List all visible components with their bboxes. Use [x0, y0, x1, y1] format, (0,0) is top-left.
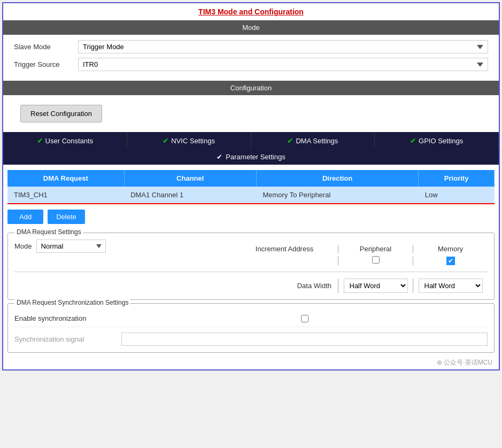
dma-request-settings-title: DMA Request Settings: [14, 228, 83, 236]
reset-configuration-button[interactable]: Reset Configuration: [20, 105, 102, 122]
tab-user-constants-label: User Constants: [45, 137, 94, 145]
action-buttons: Add Delete: [3, 204, 499, 229]
table-row[interactable]: TIM3_CH1 DMA1 Channel 1 Memory To Periph…: [7, 187, 495, 204]
dma-sync-settings-title: DMA Request Synchronization Settings: [14, 299, 130, 306]
reset-area: Reset Configuration: [3, 95, 499, 132]
mode-field-label: Mode: [14, 242, 32, 250]
trigger-source-row: Trigger Source ITR0: [14, 58, 488, 71]
tab-dma-label: DMA Settings: [296, 137, 338, 145]
memory-width-select[interactable]: Half Word Byte Word: [419, 279, 483, 293]
slave-mode-label: Slave Mode: [14, 43, 78, 51]
cell-dma-request: TIM3_CH1: [7, 187, 124, 204]
tab-nvic-settings[interactable]: ✔ NVIC Settings: [127, 132, 251, 149]
memory-increment-checkbox[interactable]: ✔: [446, 257, 455, 265]
peripheral-width-select[interactable]: Half Word Byte Word: [344, 279, 408, 293]
sync-signal-input[interactable]: [121, 333, 488, 346]
page-title: TIM3 Mode and Configuration: [3, 3, 499, 20]
tab-user-constants[interactable]: ✔ User Constants: [3, 132, 127, 149]
config-header: Configuration: [3, 81, 499, 95]
enable-sync-checkbox[interactable]: [301, 315, 308, 322]
col-header-channel: Channel: [124, 170, 256, 187]
data-width-label: Data Width: [297, 282, 331, 290]
nvic-check-icon: ✔: [163, 136, 169, 145]
peripheral-increment-checkbox[interactable]: [372, 256, 380, 264]
col-header-direction: Direction: [256, 170, 418, 187]
tab-gpio-label: GPIO Settings: [419, 137, 463, 145]
dma-settings-inner: Mode Normal Increment Address Peripheral: [14, 240, 488, 293]
dma-table-wrapper: DMA Request Channel Direction Priority T…: [3, 165, 499, 204]
slave-mode-row: Slave Mode Trigger Mode: [14, 40, 488, 53]
cell-direction: Memory To Peripheral: [256, 187, 418, 204]
dma-table: DMA Request Channel Direction Priority T…: [7, 170, 495, 204]
add-button[interactable]: Add: [7, 210, 43, 224]
dma-check-icon: ✔: [287, 136, 294, 145]
mode-header: Mode: [3, 20, 499, 35]
tab-dma-settings[interactable]: ✔ DMA Settings: [251, 132, 375, 149]
dma-sync-settings-group: DMA Request Synchronization Settings Ena…: [7, 303, 495, 353]
peripheral-col-label: Peripheral: [360, 245, 391, 253]
tabs-row: ✔ User Constants ✔ NVIC Settings ✔ DMA S…: [3, 132, 499, 149]
cell-channel: DMA1 Channel 1: [124, 187, 256, 204]
inc-address-label: Increment Address: [256, 245, 313, 253]
watermark: ⊛ 公众号·茶话MCU: [3, 356, 499, 369]
param-settings-tab[interactable]: ✔ Parameter Settings: [3, 149, 499, 165]
param-check-icon: ✔: [217, 153, 222, 161]
delete-button[interactable]: Delete: [48, 210, 85, 224]
tab-nvic-label: NVIC Settings: [171, 137, 215, 145]
slave-mode-select[interactable]: Trigger Mode: [78, 40, 488, 53]
trigger-source-select[interactable]: ITR0: [78, 58, 488, 71]
tab-gpio-settings[interactable]: ✔ GPIO Settings: [375, 132, 499, 149]
trigger-source-label: Trigger Source: [14, 60, 78, 68]
cell-priority: Low: [419, 187, 495, 204]
enable-sync-checkbox-area: [121, 315, 488, 322]
memory-col-label: Memory: [438, 245, 463, 253]
col-header-dma-request: DMA Request: [7, 170, 124, 187]
mode-section: Slave Mode Trigger Mode Trigger Source I…: [3, 35, 499, 81]
gpio-check-icon: ✔: [410, 136, 416, 145]
enable-sync-row: Enable synchronization: [14, 310, 488, 327]
enable-sync-label: Enable synchronization: [14, 314, 121, 322]
mode-select[interactable]: Normal: [36, 240, 106, 253]
sync-signal-label: Synchronization signal: [14, 335, 121, 343]
sync-signal-row: Synchronization signal: [14, 327, 488, 346]
param-settings-label: Parameter Settings: [226, 153, 285, 161]
dma-request-settings-group: DMA Request Settings Mode Normal Increme…: [7, 233, 495, 300]
user-constants-check-icon: ✔: [37, 136, 43, 145]
main-container: TIM3 Mode and Configuration Mode Slave M…: [2, 2, 500, 370]
col-header-priority: Priority: [419, 170, 495, 187]
